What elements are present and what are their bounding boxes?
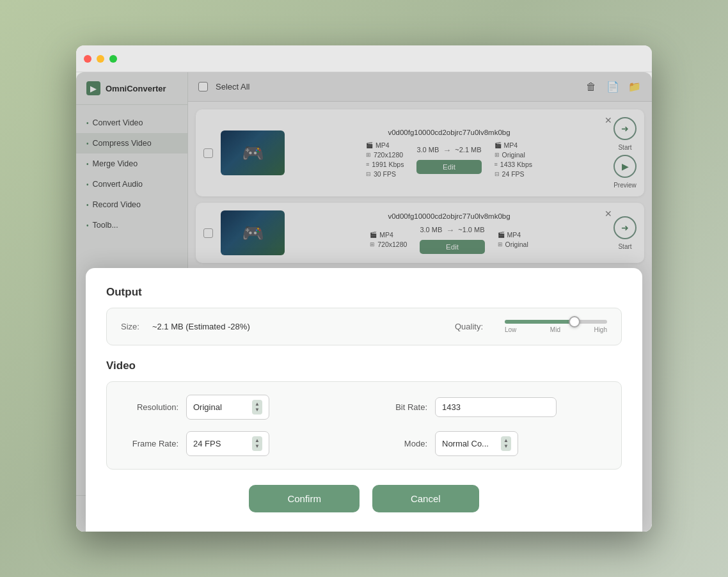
main-area: Select All 🗑 📄 📁 🎮 v0d00fg10000cd2objrc7 (188, 72, 652, 532)
bitrate-label: Bit Rate: (370, 402, 427, 412)
slider-labels: Low Mid High (505, 326, 607, 333)
minimize-button[interactable] (97, 55, 104, 63)
confirm-button[interactable]: Confirm (249, 485, 360, 512)
output-section-title: Output (106, 286, 622, 299)
slider-thumb[interactable] (569, 316, 580, 328)
quality-slider[interactable] (505, 320, 607, 324)
mode-select[interactable]: Normal Co... ▲▼ (435, 431, 518, 456)
title-bar (76, 45, 652, 72)
bitrate-input[interactable] (435, 397, 557, 417)
output-section: Size: ~2.1 MB (Estimated -28%) Quality: … (106, 308, 622, 345)
app-content: ▶ OmniConverter • Convert Video • Compre… (76, 72, 652, 532)
video-section: Resolution: Original ▲▼ Bit Rate: (106, 381, 622, 470)
video-fields: Resolution: Original ▲▼ Bit Rate: (121, 395, 607, 456)
modal-overlay: Output Size: ~2.1 MB (Estimated -28%) Qu… (76, 72, 652, 532)
modal-buttons: Confirm Cancel (106, 485, 622, 512)
size-value: ~2.1 MB (Estimated -28%) (152, 322, 250, 331)
slider-mid-label: Mid (550, 326, 560, 333)
framerate-label: Frame Rate: (121, 439, 178, 448)
framerate-value: 24 FPS (193, 439, 221, 448)
resolution-label: Resolution: (121, 402, 178, 412)
framerate-select[interactable]: 24 FPS ▲▼ (186, 431, 269, 456)
chevron-updown-icon: ▲▼ (252, 400, 262, 415)
app-window: ▶ OmniConverter • Convert Video • Compre… (76, 45, 652, 532)
maximize-button[interactable] (109, 55, 117, 63)
resolution-value: Original (193, 402, 222, 412)
quality-label: Quality: (455, 322, 483, 331)
mode-row: Mode: Normal Co... ▲▼ (370, 431, 607, 456)
video-section-title: Video (106, 360, 622, 372)
resolution-select[interactable]: Original ▲▼ (186, 395, 269, 420)
close-button[interactable] (84, 55, 91, 63)
slider-high-label: High (594, 326, 607, 333)
chevron-updown-icon: ▲▼ (501, 436, 511, 451)
size-label: Size: (121, 322, 139, 331)
window-controls (84, 55, 117, 63)
chevron-updown-icon: ▲▼ (252, 436, 262, 451)
cancel-button[interactable]: Cancel (372, 485, 479, 512)
edit-modal: Output Size: ~2.1 MB (Estimated -28%) Qu… (86, 268, 642, 532)
quality-slider-container: Low Mid High (505, 320, 607, 333)
bitrate-row: Bit Rate: (370, 395, 607, 420)
mode-label: Mode: (370, 439, 427, 448)
resolution-row: Resolution: Original ▲▼ (121, 395, 358, 420)
mode-value: Normal Co... (442, 439, 489, 448)
framerate-row: Frame Rate: 24 FPS ▲▼ (121, 431, 358, 456)
slider-low-label: Low (505, 326, 516, 333)
